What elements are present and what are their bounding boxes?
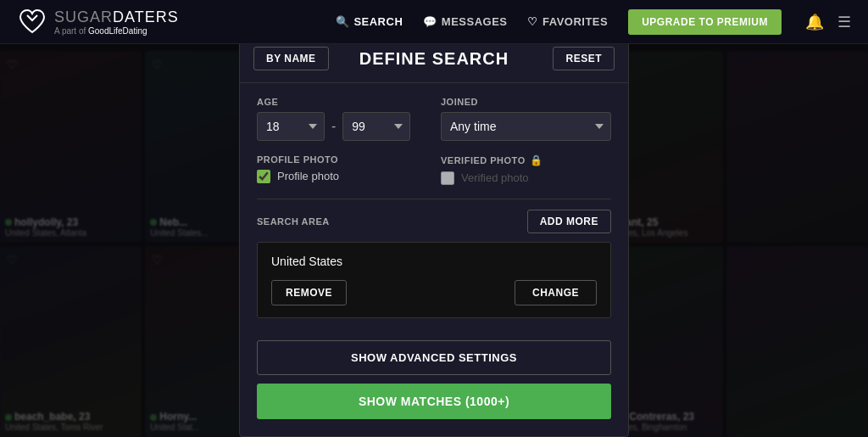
by-name-button[interactable]: BY NAME <box>253 47 329 70</box>
remove-button[interactable]: REMOVE <box>271 280 347 305</box>
profile-photo-label: PROFILE PHOTO <box>257 154 427 165</box>
logo-icon <box>17 7 47 37</box>
modal-footer: SHOW ADVANCED SETTINGS SHOW MATCHES (100… <box>240 340 628 436</box>
search-icon: 🔍 <box>336 15 350 28</box>
reset-button[interactable]: RESET <box>553 47 615 70</box>
modal-backdrop: BY NAME DEFINE SEARCH RESET AGE 18192021… <box>0 0 868 437</box>
profile-photo-checkbox-row: Profile photo <box>257 170 427 183</box>
location-name: United States <box>271 255 597 268</box>
age-min-select[interactable]: 18192021 <box>257 112 325 141</box>
verified-photo-checkbox[interactable] <box>441 171 454 185</box>
nav-messages-label: MESSAGES <box>442 15 508 28</box>
logo: SUGARDATERS A part of GoodLifeDating <box>17 7 179 37</box>
age-group: AGE 18192021 - 99908070 <box>257 97 427 141</box>
photo-row: PROFILE PHOTO Profile photo VERIFIED PHO… <box>257 154 611 185</box>
header: SUGARDATERS A part of GoodLifeDating 🔍 S… <box>0 0 868 44</box>
search-area-label: SEARCH AREA <box>257 216 330 227</box>
divider <box>257 199 611 199</box>
verified-photo-label: VERIFIED PHOTO 🔒 <box>441 154 611 166</box>
modal-body: AGE 18192021 - 99908070 JOINED Any <box>240 83 628 340</box>
verified-photo-group: VERIFIED PHOTO 🔒 Verified photo <box>441 154 611 185</box>
logo-subtitle: A part of GoodLifeDating <box>54 26 179 36</box>
add-more-button[interactable]: ADD MORE <box>527 210 611 233</box>
location-actions: REMOVE CHANGE <box>271 280 597 305</box>
search-area-header: SEARCH AREA ADD MORE <box>257 210 611 233</box>
show-matches-button[interactable]: SHOW MATCHES (1000+) <box>257 384 611 419</box>
notification-icon[interactable]: 🔔 <box>805 13 824 31</box>
joined-select[interactable]: Any time Last week Last month Last 3 mon… <box>441 112 611 141</box>
location-card: United States REMOVE CHANGE <box>257 242 611 318</box>
age-joined-row: AGE 18192021 - 99908070 JOINED Any <box>257 97 611 141</box>
define-search-modal: BY NAME DEFINE SEARCH RESET AGE 18192021… <box>239 35 629 437</box>
verified-photo-checkbox-row: Verified photo <box>441 171 611 185</box>
menu-icon[interactable]: ☰ <box>837 13 851 31</box>
age-separator: - <box>331 119 336 134</box>
joined-group: JOINED Any time Last week Last month Las… <box>441 97 611 141</box>
age-label: AGE <box>257 97 427 107</box>
favorites-icon: ♡ <box>527 15 538 28</box>
change-button[interactable]: CHANGE <box>515 280 597 305</box>
age-max-select[interactable]: 99908070 <box>342 112 410 141</box>
verified-photo-checkbox-label: Verified photo <box>461 171 529 184</box>
show-advanced-settings-button[interactable]: SHOW ADVANCED SETTINGS <box>257 340 611 375</box>
nav-messages[interactable]: 💬 MESSAGES <box>423 15 507 28</box>
age-row: 18192021 - 99908070 <box>257 112 427 141</box>
upgrade-button[interactable]: UPGRADE TO PREMIUM <box>628 9 782 35</box>
profile-photo-checkbox[interactable] <box>257 170 270 183</box>
nav-search[interactable]: 🔍 SEARCH <box>336 15 403 28</box>
nav-favorites[interactable]: ♡ FAVORITES <box>527 15 608 28</box>
nav-search-label: SEARCH <box>353 15 403 28</box>
lock-icon: 🔒 <box>530 154 543 166</box>
messages-icon: 💬 <box>423 15 437 28</box>
modal-title: DEFINE SEARCH <box>359 49 509 69</box>
logo-title: SUGARDATERS <box>54 8 179 26</box>
nav-favorites-label: FAVORITES <box>542 15 608 28</box>
main-nav: 🔍 SEARCH 💬 MESSAGES ♡ FAVORITES UPGRADE … <box>336 9 782 35</box>
profile-photo-checkbox-label[interactable]: Profile photo <box>277 170 339 182</box>
joined-label: JOINED <box>441 97 611 107</box>
profile-photo-group: PROFILE PHOTO Profile photo <box>257 154 427 185</box>
